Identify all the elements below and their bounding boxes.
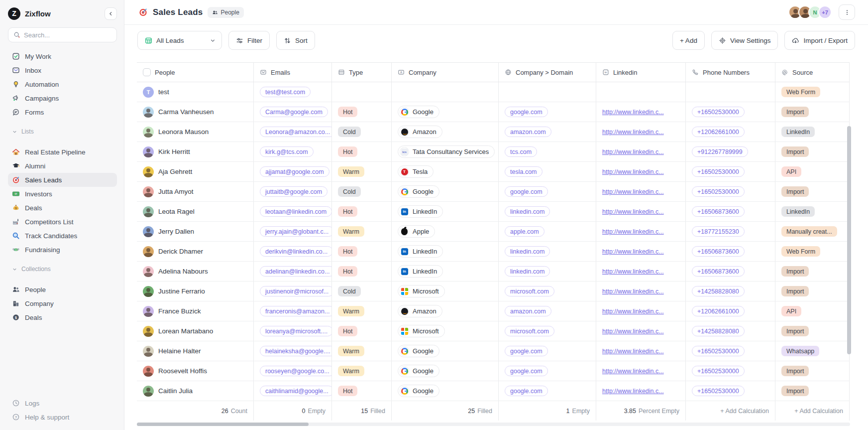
email-pill[interactable]: rooseyen@google.co... (260, 366, 332, 376)
domain-pill[interactable]: google.com (505, 107, 548, 117)
sidebar-item-inbox[interactable]: Inbox (8, 63, 117, 77)
sidebar-item-automation[interactable]: Automation (8, 77, 117, 91)
phone-pill[interactable]: +16502530000 (692, 186, 745, 197)
table-row[interactable]: Ttest test@test.com Web Form (137, 82, 850, 102)
email-pill[interactable]: loreanya@microsoft.... (260, 326, 332, 336)
company-chip[interactable]: Apple (398, 225, 435, 238)
horizontal-scrollbar-thumb[interactable] (137, 423, 309, 426)
sidebar-item-company[interactable]: Company (8, 296, 117, 310)
email-pill[interactable]: jerry.ajain@globant.c... (260, 226, 332, 237)
domain-pill[interactable]: google.com (505, 346, 548, 356)
email-pill[interactable]: Carma@google.com (260, 107, 328, 117)
sidebar-item-track-candidates[interactable]: Track Candidates (8, 229, 117, 243)
collaborator-avatars[interactable]: N+7 (788, 5, 832, 19)
phone-pill[interactable]: +16506873600 (692, 206, 745, 217)
email-pill[interactable]: helaineksha@google.... (260, 346, 332, 356)
select-all-checkbox[interactable] (143, 68, 151, 76)
linkedin-link[interactable]: http://www.linkedin.c... (602, 308, 664, 315)
search-input[interactable] (24, 31, 111, 39)
table-row[interactable]: Leonora Mauson Leonora@amazon.co... Cold… (137, 122, 850, 142)
sidebar-item-investors[interactable]: $Investors (8, 187, 117, 201)
phone-pill[interactable]: +16506873600 (692, 266, 745, 277)
phone-pill[interactable]: +16502530000 (692, 166, 745, 177)
view-selector-dropdown[interactable]: All Leads (137, 31, 222, 50)
email-pill[interactable]: Leonora@amazon.co... (260, 127, 332, 137)
phone-pill[interactable]: +18772155230 (692, 226, 745, 237)
phone-pill[interactable]: +14258828080 (692, 326, 745, 336)
sort-button[interactable]: Sort (276, 31, 315, 50)
table-row[interactable]: Caitlin Julia caithlinamid@google... Hot… (137, 381, 850, 401)
linkedin-link[interactable]: http://www.linkedin.c... (602, 328, 664, 335)
sidebar-item-real-estate-pipeline[interactable]: Real Estate Pipeline (8, 145, 117, 159)
column-header-linkedin[interactable]: inLinkedin (596, 63, 686, 82)
avatar[interactable]: +7 (818, 5, 832, 19)
domain-pill[interactable]: google.com (505, 366, 548, 376)
domain-pill[interactable]: google.com (505, 386, 548, 396)
table-row[interactable]: Roosevelt Hoffis rooseyen@google.co... W… (137, 361, 850, 381)
phone-pill[interactable]: +16506873600 (692, 246, 745, 257)
domain-pill[interactable]: linkedin.com (505, 206, 550, 217)
table-row[interactable]: Aja Gehrett ajjamat@google.com Warm TTes… (137, 162, 850, 182)
company-chip[interactable]: Google (398, 345, 439, 357)
sidebar-item-campaigns[interactable]: Campaigns (8, 91, 117, 105)
column-header-people[interactable]: People (137, 63, 254, 82)
sidebar-item-my-work[interactable]: My Work (8, 49, 117, 63)
sidebar-item-fundraising[interactable]: $Fundraising (8, 243, 117, 257)
sidebar-item-sales-leads[interactable]: Sales Leads (8, 173, 117, 187)
column-header-emails[interactable]: Emails (254, 63, 332, 82)
linkedin-link[interactable]: http://www.linkedin.c... (602, 109, 664, 116)
company-chip[interactable]: Amazon (398, 126, 442, 138)
collections-section-label[interactable]: Collections (8, 263, 117, 276)
table-row[interactable]: Helaine Halter helaineksha@google.... Wa… (137, 341, 850, 361)
table-row[interactable]: Carma Vanheusen Carma@google.com Hot Goo… (137, 102, 850, 122)
company-chip[interactable]: Microsoft (398, 325, 445, 337)
filter-button[interactable]: Filter (228, 31, 270, 50)
sidebar-search[interactable] (8, 27, 117, 42)
linkedin-link[interactable]: http://www.linkedin.c... (602, 228, 664, 235)
view-settings-button[interactable]: View Settings (711, 31, 778, 50)
linkedin-link[interactable]: http://www.linkedin.c... (602, 168, 664, 175)
table-row[interactable]: Jerry Dallen jerry.ajain@globant.c... Wa… (137, 222, 850, 242)
email-pill[interactable]: ajjamat@google.com (260, 166, 329, 177)
sidebar-item-deals[interactable]: $Deals (8, 201, 117, 215)
company-chip[interactable]: Google (398, 185, 439, 198)
sidebar-item-help-support[interactable]: ?Help & support (8, 410, 117, 424)
company-chip[interactable]: Microsoft (398, 285, 445, 297)
phone-pill[interactable]: +16502530000 (692, 346, 745, 356)
company-chip[interactable]: inLinkedIn (398, 245, 443, 258)
phone-pill[interactable]: +16502530000 (692, 366, 745, 376)
column-header-company-domain[interactable]: Company > Domain (499, 63, 596, 82)
email-pill[interactable]: caithlinamid@google... (260, 386, 332, 396)
phone-pill[interactable]: +12062661000 (692, 127, 745, 137)
linkedin-link[interactable]: http://www.linkedin.c... (602, 208, 664, 215)
linkedin-link[interactable]: http://www.linkedin.c... (602, 268, 664, 275)
sidebar-item-alumni[interactable]: Alumni (8, 159, 117, 173)
phone-pill[interactable]: +912267789999 (692, 146, 748, 157)
table-row[interactable]: Jutta Amyot juttaitb@google.com Cold Goo… (137, 182, 850, 202)
domain-pill[interactable]: linkedin.com (505, 266, 550, 277)
domain-pill[interactable]: microsoft.com (505, 326, 554, 336)
domain-pill[interactable]: linkedin.com (505, 246, 550, 257)
email-pill[interactable]: justinenoir@microsof... (260, 286, 332, 296)
company-chip[interactable]: Google (398, 365, 439, 377)
email-pill[interactable]: juttaitb@google.com (260, 186, 327, 197)
column-header-phone-numbers[interactable]: Phone Numbers (686, 63, 775, 82)
phone-pill[interactable]: +14258828080 (692, 286, 745, 296)
table-row[interactable]: France Buzick franceronis@amazon... Warm… (137, 301, 850, 321)
import-export-button[interactable]: Import / Export (784, 31, 855, 50)
linkedin-link[interactable]: http://www.linkedin.c... (602, 248, 664, 255)
sidebar-item-deals-collection[interactable]: $Deals (8, 310, 117, 324)
linkedin-link[interactable]: http://www.linkedin.c... (602, 148, 664, 155)
domain-pill[interactable]: amazon.com (505, 306, 551, 316)
domain-pill[interactable]: microsoft.com (505, 286, 554, 296)
linkedin-link[interactable]: http://www.linkedin.c... (602, 368, 664, 375)
domain-pill[interactable]: apple.com (505, 226, 544, 237)
company-chip[interactable]: tcsTata Consultancy Services (398, 145, 495, 158)
vertical-scrollbar-thumb[interactable] (847, 126, 851, 354)
sidebar-item-forms[interactable]: Forms (8, 105, 117, 119)
lists-section-label[interactable]: Lists (8, 125, 117, 138)
domain-pill[interactable]: amazon.com (505, 127, 551, 137)
sidebar-item-competitors-list[interactable]: Competitors List (8, 215, 117, 229)
table-row[interactable]: Justine Ferrario justinenoir@microsof...… (137, 282, 850, 301)
sidebar-collapse-button[interactable] (105, 7, 117, 20)
